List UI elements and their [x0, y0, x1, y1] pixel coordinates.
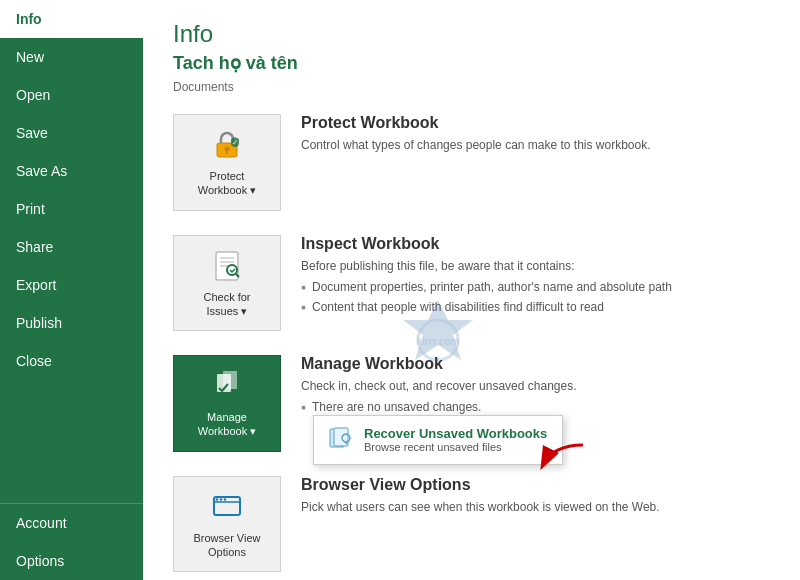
doc-path: Documents — [173, 80, 770, 94]
page-title: Info — [173, 20, 770, 48]
svg-point-14 — [216, 498, 218, 500]
sidebar-item-save-as[interactable]: Save As — [0, 152, 143, 190]
sidebar-item-close[interactable]: Close — [0, 342, 143, 380]
recover-desc: Browse recent unsaved files — [364, 441, 547, 453]
recover-icon — [326, 426, 354, 454]
sidebar-item-publish[interactable]: Publish — [0, 304, 143, 342]
browser-icon — [209, 489, 245, 525]
check-issues-button[interactable]: Check forIssues ▾ — [173, 235, 281, 332]
inspect-desc: Before publishing this file, be aware th… — [301, 257, 770, 275]
protect-title: Protect Workbook — [301, 114, 770, 132]
browser-section: Browser ViewOptions Browser View Options… — [173, 476, 770, 573]
main-content: Info Tach họ và tên Documents ✓ ProtectW… — [143, 0, 800, 580]
recover-dropdown: Recover Unsaved Workbooks Browse recent … — [313, 415, 563, 465]
svg-point-15 — [220, 498, 222, 500]
sidebar-item-info[interactable]: Info — [0, 0, 143, 38]
recover-title: Recover Unsaved Workbooks — [364, 426, 547, 441]
sidebar-item-account[interactable]: Account — [0, 504, 143, 542]
sidebar-item-save[interactable]: Save — [0, 114, 143, 152]
svg-text:kirrr.com: kirrr.com — [417, 336, 460, 347]
protect-workbook-button[interactable]: ✓ ProtectWorkbook ▾ — [173, 114, 281, 211]
browser-title: Browser View Options — [301, 476, 770, 494]
lock-icon: ✓ — [209, 127, 245, 163]
svg-point-16 — [224, 498, 226, 500]
inspect-sub1: ▪ Document properties, printer path, aut… — [301, 279, 770, 295]
manage-icon — [209, 368, 245, 404]
sidebar-item-options[interactable]: Options — [0, 542, 143, 580]
doc-title: Tach họ và tên — [173, 53, 298, 73]
inspect-icon — [209, 248, 245, 284]
browser-desc: Pick what users can see when this workbo… — [301, 498, 770, 516]
protect-desc: Control what types of changes people can… — [301, 136, 770, 154]
protect-section: ✓ ProtectWorkbook ▾ Protect Workbook Con… — [173, 114, 770, 211]
sidebar-item-share[interactable]: Share — [0, 228, 143, 266]
manage-sub1: ▪ There are no unsaved changes. — [301, 399, 770, 415]
svg-point-1 — [225, 147, 230, 152]
sidebar-item-new[interactable]: New — [0, 38, 143, 76]
manage-title: Manage Workbook — [301, 355, 770, 373]
inspect-section: Check forIssues ▾ Inspect Workbook Befor… — [173, 235, 770, 332]
recover-unsaved-item[interactable]: Recover Unsaved Workbooks Browse recent … — [314, 416, 562, 464]
manage-workbook-button[interactable]: ManageWorkbook ▾ — [173, 355, 281, 452]
sidebar-item-export[interactable]: Export — [0, 266, 143, 304]
svg-text:✓: ✓ — [232, 139, 238, 146]
inspect-sub2: ▪ Content that people with disabilities … — [301, 299, 770, 315]
sidebar: Info New Open Save Save As Print Share E… — [0, 0, 143, 580]
sidebar-item-open[interactable]: Open — [0, 76, 143, 114]
inspect-title: Inspect Workbook — [301, 235, 770, 253]
sidebar-item-print[interactable]: Print — [0, 190, 143, 228]
browser-view-button[interactable]: Browser ViewOptions — [173, 476, 281, 573]
manage-desc: Check in, check out, and recover unsaved… — [301, 377, 770, 395]
